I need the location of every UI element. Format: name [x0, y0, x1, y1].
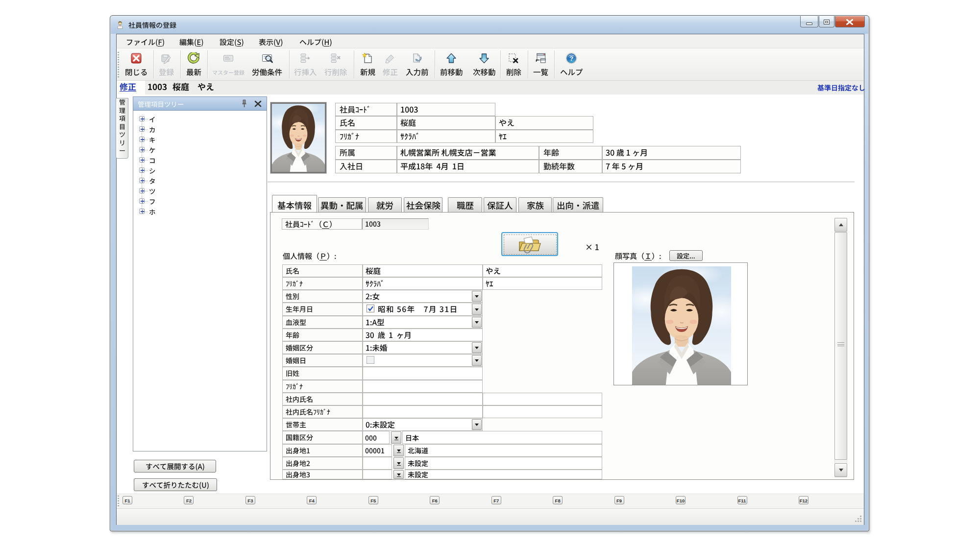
svg-text:?: ?: [569, 55, 573, 62]
